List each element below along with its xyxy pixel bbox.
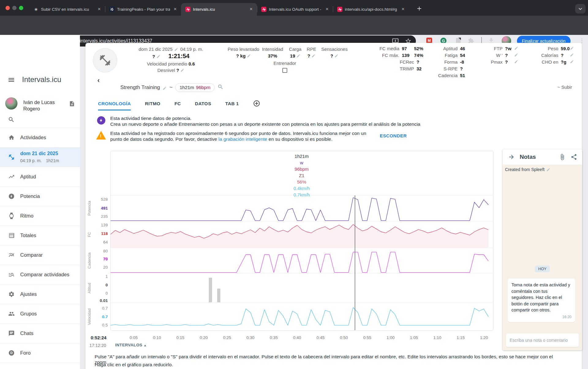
- sidebar-item-grupos[interactable]: Grupos: [0, 304, 80, 323]
- edit-pencil-icon[interactable]: [163, 86, 167, 90]
- power-badge-icon: [97, 116, 105, 125]
- sidebar-item-actividades[interactable]: Actividades: [0, 128, 80, 147]
- note-input[interactable]: [506, 334, 579, 347]
- edit-pencil-icon[interactable]: [174, 47, 178, 51]
- sidebar-item-comparar-actividades[interactable]: Comparar actividades: [0, 265, 80, 284]
- user-avatar[interactable]: [5, 97, 17, 110]
- browser-tab[interactable]: ✳Subir CSV en intervals.icu×: [29, 3, 105, 16]
- edit-pencil-icon[interactable]: [514, 59, 518, 63]
- fitness-stat-row: S-RPE?: [429, 66, 469, 73]
- notes-title: Notas: [520, 154, 559, 160]
- edit-pencil-icon[interactable]: [570, 53, 574, 57]
- sidebar-item-potencia[interactable]: Potencia: [0, 186, 80, 206]
- stat-label: TRIMP: [400, 66, 414, 71]
- x-axis-tick: 0:25: [220, 335, 234, 340]
- sidebar-item-dom-21-dic-2025[interactable]: dom 21 dic 202504:19 p. m. 1h21m: [0, 147, 80, 167]
- edit-pencil-icon[interactable]: [311, 54, 315, 58]
- axis-tick: 0.7: [91, 306, 108, 311]
- tab-tab-1[interactable]: TAB 1: [225, 101, 239, 110]
- activity-type-label[interactable]: Strength Training: [120, 84, 160, 91]
- tab-datos[interactable]: DATOS: [195, 101, 211, 110]
- edit-pencil-icon[interactable]: [514, 53, 518, 57]
- power-icon: [8, 193, 15, 199]
- browser-tab[interactable]: Intervals.icu×: [181, 3, 257, 16]
- edit-pencil-icon[interactable]: [546, 168, 550, 172]
- stat-value: 54: [460, 53, 469, 58]
- upload-link[interactable]: ~ Subir: [557, 84, 572, 90]
- sidebar-item-ritmo[interactable]: Ritmo: [0, 206, 80, 226]
- athlete-notes-icon[interactable]: [69, 101, 75, 107]
- intervals-toggle[interactable]: INTERVALOS ▲: [115, 343, 147, 347]
- axis-tick: 1: [91, 274, 108, 279]
- hide-button[interactable]: ESCONDER: [380, 133, 407, 138]
- search-icon[interactable]: [8, 116, 15, 123]
- add-tab-icon[interactable]: [253, 100, 260, 107]
- axis-tick: 528: [91, 197, 108, 202]
- sidebar-item-perfil[interactable]: Perfil: [0, 363, 80, 369]
- axis-tick: 118: [91, 231, 108, 236]
- window-zoom-button[interactable]: [19, 6, 23, 10]
- browser-tab[interactable]: intervals.icu/api-docs.html#g×: [333, 3, 409, 16]
- tab-cronolog-a[interactable]: CRONOLOGÍA: [98, 101, 131, 110]
- tab-close-icon[interactable]: ×: [248, 7, 254, 12]
- avg-speed-value: 0.6: [189, 61, 195, 66]
- stat-label: Peso: [548, 46, 558, 51]
- edit-pencil-icon[interactable]: [180, 68, 184, 72]
- sidebar-item-chats[interactable]: Chats: [0, 323, 80, 343]
- stat-value: 51: [460, 73, 469, 78]
- caret-up-icon: ▲: [144, 344, 147, 347]
- zoom-search-icon[interactable]: [217, 84, 224, 91]
- sidebar-item-ajustes[interactable]: Ajustes: [0, 284, 80, 304]
- window-minimize-button[interactable]: [12, 6, 17, 10]
- tab-close-icon[interactable]: ×: [400, 7, 406, 12]
- share-icon[interactable]: [571, 154, 577, 160]
- attach-paperclip-icon[interactable]: [559, 154, 566, 160]
- collapse-arrow-icon[interactable]: [508, 154, 515, 160]
- sidebar-item-comparar[interactable]: Comparar: [0, 245, 80, 265]
- tab-ritmo[interactable]: RITMO: [145, 101, 160, 110]
- tab-close-icon[interactable]: ×: [172, 7, 178, 12]
- activity-summary-chip[interactable]: 1h21m 96bpm: [175, 83, 215, 92]
- sidebar-item-totales[interactable]: Totales: [0, 226, 80, 245]
- chip-duration: 1h21m: [179, 85, 194, 90]
- day-chip: HOY: [535, 266, 550, 272]
- sidebar-item-aptitud[interactable]: Aptitud: [0, 167, 80, 186]
- browser-tab[interactable]: Intervals.icu OAuth support -×: [257, 3, 333, 16]
- browser-tab[interactable]: TrainingPeaks - Plan your trai×: [105, 3, 181, 16]
- tab-close-icon[interactable]: ×: [324, 7, 330, 12]
- sidebar-item-foro[interactable]: DForo: [0, 343, 80, 363]
- hr-stat-row: FC máx.13974%: [361, 53, 426, 59]
- feel-block: Sensaciones ?: [319, 47, 350, 58]
- user-name[interactable]: Iván de Lucas Rogero: [23, 99, 63, 112]
- new-tab-button[interactable]: [416, 5, 424, 13]
- window-close-button[interactable]: [6, 6, 10, 10]
- tab-close-icon[interactable]: ×: [96, 7, 102, 12]
- trainer-checkbox[interactable]: [282, 68, 287, 73]
- x-axis-tick: 0:40: [290, 335, 304, 340]
- edit-pencil-icon[interactable]: [156, 54, 160, 58]
- edit-pencil-icon[interactable]: [570, 46, 574, 50]
- intervals-favicon: [337, 7, 342, 12]
- tab-fc[interactable]: FC: [175, 101, 181, 110]
- edit-pencil-icon[interactable]: [247, 54, 251, 58]
- sidebar-item-label: Totales: [20, 233, 36, 238]
- edit-pencil-icon[interactable]: [570, 59, 574, 63]
- edit-pencil-icon[interactable]: [334, 54, 338, 58]
- tab-search-chevron-icon[interactable]: [575, 4, 586, 13]
- smart-recording-link[interactable]: la grabación inteligente: [218, 136, 267, 142]
- edit-pencil-icon[interactable]: [296, 54, 300, 58]
- chat-icon: [8, 330, 15, 337]
- hr-stat-row: FC media9752%: [361, 46, 426, 53]
- axis-tick: 139: [91, 223, 108, 227]
- sidebar-item-label: Chats: [20, 330, 33, 336]
- x-axis-tick: 0:55: [360, 335, 374, 340]
- menu-hamburger-icon[interactable]: [8, 76, 15, 84]
- activity-type-icon[interactable]: [93, 48, 117, 73]
- activity-date[interactable]: dom 21 dic 2025: [139, 47, 173, 52]
- stat-label: FC media: [379, 46, 399, 51]
- stat-value: -8: [460, 59, 469, 65]
- collapse-chevron[interactable]: ‹: [97, 76, 100, 84]
- edit-pencil-icon[interactable]: [514, 46, 518, 50]
- fitness-stat-row: Aptitud46: [429, 46, 469, 53]
- tilde-separator: ~: [169, 84, 172, 91]
